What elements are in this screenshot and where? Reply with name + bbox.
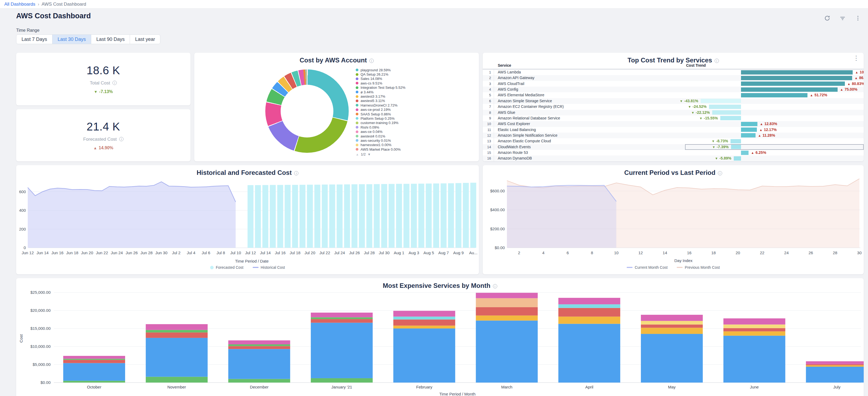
legend-label: aws-ce 0.04% bbox=[361, 130, 382, 134]
refresh-icon[interactable] bbox=[824, 15, 830, 21]
trend-bar bbox=[720, 116, 741, 120]
legend-item[interactable]: Previous Month Cost bbox=[677, 265, 720, 270]
legend-swatch-icon bbox=[356, 78, 359, 80]
table-row[interactable]: 9Amazon Relational Database Service▼-15.… bbox=[483, 115, 864, 121]
svg-text:Jul 18: Jul 18 bbox=[290, 250, 301, 255]
legend-item[interactable]: Historical Cost bbox=[253, 265, 285, 270]
legend-item[interactable]: QA Setup 26.21% bbox=[356, 72, 477, 77]
info-icon[interactable] bbox=[113, 81, 117, 85]
legend-item[interactable]: Platform Setup 0.25% bbox=[356, 116, 477, 121]
legend-item[interactable]: awstest5 3.11% bbox=[356, 99, 477, 103]
trend-value-label: ▲86.57% bbox=[855, 75, 864, 81]
legend-label: aws-ce-prod 2.19% bbox=[361, 108, 391, 112]
legend-item[interactable]: awstest4 0.01% bbox=[356, 134, 477, 138]
table-row[interactable]: 5AWS Elemental MediaStore▲51.72% bbox=[483, 92, 864, 98]
trend-table-body: 1AWS Lambda▲100.00%2Amazon API Gateway▲8… bbox=[483, 69, 864, 161]
table-row[interactable]: 13Amazon Elastic Compute Cloud▼-8.73% bbox=[483, 138, 864, 144]
service-column-header[interactable]: Service bbox=[494, 62, 685, 69]
table-row[interactable]: 10AWS Cost Explorer▲12.83% bbox=[483, 121, 864, 127]
svg-text:$0.00: $0.00 bbox=[40, 380, 51, 385]
trend-value-label: ▼-24.52% bbox=[688, 104, 707, 110]
svg-text:Jul 12: Jul 12 bbox=[245, 250, 256, 255]
cost-trend-column-header[interactable]: Cost Trend bbox=[685, 62, 864, 69]
legend-item[interactable]: AWS Market Place 0.00% bbox=[356, 147, 477, 151]
svg-text:24: 24 bbox=[784, 250, 789, 255]
table-row[interactable]: 7Amazon EC2 Container Registry (ECR)▼-24… bbox=[483, 104, 864, 110]
svg-text:18: 18 bbox=[711, 250, 716, 255]
legend-swatch-icon bbox=[210, 266, 214, 269]
table-row[interactable]: 4AWS Config▲75.00% bbox=[483, 87, 864, 92]
time-range-option-last-year[interactable]: Last year bbox=[130, 34, 160, 44]
time-range-option-last-7-days[interactable]: Last 7 Days bbox=[16, 34, 53, 44]
up-triangle-icon: ▲ bbox=[758, 134, 761, 138]
svg-text:30: 30 bbox=[857, 250, 862, 255]
svg-text:Jul 30: Jul 30 bbox=[379, 250, 390, 255]
table-row[interactable]: 3AWS CloudTrail▲80.83% bbox=[483, 81, 864, 87]
legend-item[interactable]: SAAS Setup 0.86% bbox=[356, 112, 477, 116]
svg-text:June: June bbox=[750, 385, 759, 389]
service-name: AWS CloudTrail bbox=[494, 81, 685, 87]
legend-page-up-icon[interactable]: ▲ bbox=[356, 153, 359, 156]
legend-item[interactable]: aws-ce 0.04% bbox=[356, 129, 477, 134]
donut-hole bbox=[281, 85, 333, 138]
legend-swatch-icon bbox=[356, 109, 359, 111]
filter-icon[interactable] bbox=[839, 15, 846, 21]
legend-label: Integration Test Setup 5.52% bbox=[361, 86, 405, 90]
legend-label: AWS Market Place 0.00% bbox=[361, 147, 401, 151]
trend-bar bbox=[741, 70, 852, 74]
table-row[interactable]: 1AWS Lambda▲100.00% bbox=[483, 69, 864, 75]
trend-value-label: ▲6.25% bbox=[751, 150, 766, 156]
table-row[interactable]: 11Elastic Load Balancing▲12.17% bbox=[483, 127, 864, 133]
trend-bar bbox=[741, 76, 852, 80]
table-row[interactable]: 15Amazon Route 53▲6.25% bbox=[483, 150, 864, 155]
legend-item[interactable]: Integration Test Setup 5.52% bbox=[356, 86, 477, 90]
legend-item[interactable]: ø 3.44% bbox=[356, 90, 477, 94]
service-name: Elastic Load Balancing bbox=[494, 127, 685, 133]
table-row[interactable]: 16Amazon DynamoDB▼-5.89% bbox=[483, 155, 864, 161]
svg-text:$25,000.00: $25,000.00 bbox=[30, 290, 51, 295]
info-icon[interactable] bbox=[369, 59, 374, 63]
svg-text:Aug 1: Aug 1 bbox=[394, 250, 404, 255]
legend-item[interactable]: awstest3 3.17% bbox=[356, 94, 477, 98]
table-row[interactable]: 6Amazon Simple Storage Service▼-43.81% bbox=[483, 98, 864, 104]
down-triangle-icon: ▼ bbox=[712, 145, 715, 149]
service-name: CloudWatch Events bbox=[494, 144, 685, 150]
trend-value-label: ▲11.28% bbox=[758, 133, 775, 139]
kebab-menu-icon[interactable] bbox=[855, 15, 861, 21]
breadcrumb-all-dashboards-link[interactable]: All Dashboards bbox=[4, 2, 35, 7]
row-rank: 15 bbox=[483, 150, 494, 155]
legend-item[interactable]: aws-cs 9.51% bbox=[356, 81, 477, 85]
cost-trend-cell: ▲11.28% bbox=[685, 133, 864, 138]
info-icon[interactable] bbox=[119, 137, 124, 141]
trend-value-label: ▲75.00% bbox=[840, 87, 857, 93]
legend-item[interactable]: Forecasted Cost bbox=[210, 265, 244, 270]
svg-text:$15,000.00: $15,000.00 bbox=[30, 326, 51, 331]
legend-item[interactable]: aws-security 0.01% bbox=[356, 138, 477, 143]
forecasted-cost-delta: ▲14.90% bbox=[93, 146, 113, 150]
legend-item[interactable]: Rishi 0.09% bbox=[356, 125, 477, 129]
top-cost-trend-card: Top Cost Trend by Services ⋮ Service Cos… bbox=[483, 53, 864, 161]
table-row[interactable]: 8AWS Glue▼-22.12% bbox=[483, 110, 864, 115]
legend-item[interactable]: customer-training 0.19% bbox=[356, 121, 477, 125]
table-row[interactable]: 2Amazon API Gateway▲86.57% bbox=[483, 75, 864, 81]
time-range-option-last-30-days[interactable]: Last 30 Days bbox=[52, 34, 91, 44]
legend-item[interactable]: aws-ce-prod 2.19% bbox=[356, 108, 477, 112]
legend-item[interactable]: Current Month Cost bbox=[627, 265, 668, 270]
card-kebab-menu-icon[interactable]: ⋮ bbox=[853, 55, 859, 61]
legend-item[interactable]: HarnessDroneCI 2.72% bbox=[356, 103, 477, 107]
legend-item[interactable]: harnesstest1 0.00% bbox=[356, 143, 477, 147]
legend-label: Previous Month Cost bbox=[685, 265, 720, 270]
legend-item[interactable]: Sales 14.08% bbox=[356, 77, 477, 81]
row-rank: 8 bbox=[483, 110, 494, 115]
svg-text:2: 2 bbox=[518, 250, 520, 255]
time-range-option-last-90-days[interactable]: Last 90 Days bbox=[91, 34, 130, 44]
svg-text:Jun 30: Jun 30 bbox=[155, 250, 167, 255]
trend-bar bbox=[712, 110, 741, 115]
legend-item[interactable]: playground 28.59% bbox=[356, 68, 477, 72]
table-row[interactable]: 14CloudWatch Events▼-7.39% bbox=[483, 144, 864, 150]
table-row[interactable]: 12Amazon Simple Notification Service▲11.… bbox=[483, 133, 864, 138]
service-name: AWS Config bbox=[494, 87, 685, 92]
legend-page-down-icon[interactable]: ▼ bbox=[368, 153, 371, 156]
donut-legend: playground 28.59%QA Setup 26.21%Sales 14… bbox=[356, 68, 477, 151]
time-range-selector: Last 7 DaysLast 30 DaysLast 90 DaysLast … bbox=[16, 34, 160, 44]
